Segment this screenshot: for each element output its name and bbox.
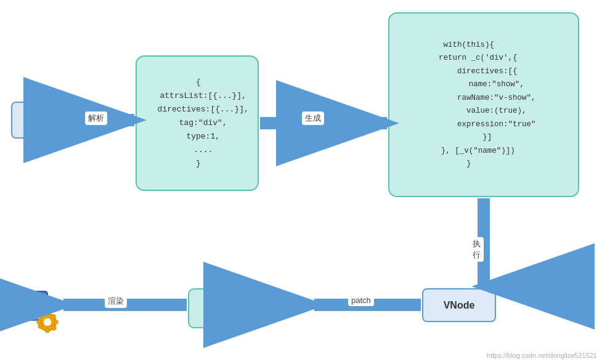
svg-rect-10 <box>46 312 49 316</box>
ast-content: { attrsList:[{...}], directives:[{...}],… <box>148 76 249 171</box>
vnode-label: VNode <box>444 300 475 311</box>
diagram: 模板 { attrsList:[{...}], directives:[{...… <box>0 0 602 364</box>
vnode-box: VNode <box>422 288 496 322</box>
svg-rect-4 <box>19 302 33 304</box>
generate-label: 生成 <box>302 111 324 125</box>
ast-box: { attrsList:[{...}], directives:[{...}],… <box>136 55 259 191</box>
watermark: https://blog.csdn.net/donglize521521 <box>487 352 597 359</box>
screen-gear-icon <box>13 290 59 333</box>
hook-label: 钩子 函数 <box>209 296 228 322</box>
parse-label: 解析 <box>85 111 107 125</box>
icon-box <box>11 288 60 334</box>
svg-rect-5 <box>19 305 35 307</box>
svg-rect-7 <box>23 318 39 321</box>
hook-box: 钩子 函数 <box>188 288 250 328</box>
svg-rect-13 <box>54 320 58 324</box>
template-box: 模板 <box>11 102 67 139</box>
render-label: 渲染 <box>105 294 127 308</box>
render-content: with(this){ return _c('div',{ directives… <box>402 39 536 171</box>
template-label: 模板 <box>29 114 49 127</box>
execute-label: 执行 <box>470 237 484 262</box>
svg-rect-11 <box>46 328 49 333</box>
svg-rect-2 <box>19 296 30 298</box>
render-box: with(this){ return _c('div',{ directives… <box>388 12 579 197</box>
patch-label: patch <box>348 294 374 306</box>
svg-rect-3 <box>19 299 36 301</box>
svg-point-9 <box>43 318 52 326</box>
svg-rect-6 <box>26 315 35 318</box>
